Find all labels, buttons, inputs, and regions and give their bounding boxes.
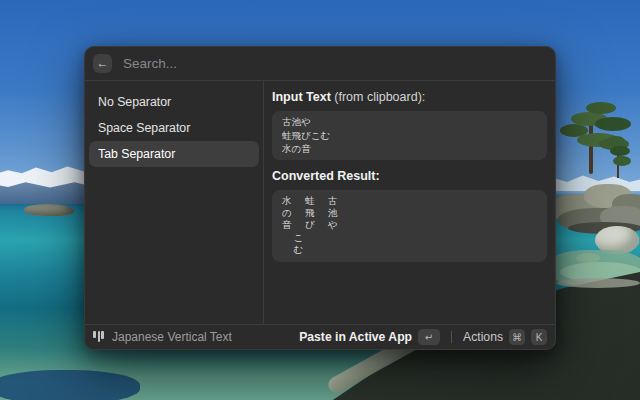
search-input[interactable] — [121, 55, 547, 72]
sidebar-item-label: No Separator — [98, 95, 171, 109]
k-key-badge: K — [531, 329, 547, 345]
window-body: No Separator Space Separator Tab Separat… — [85, 81, 555, 324]
converted-text: 水 蛙 古 の 飛 池 音 び や こ む — [282, 195, 537, 257]
input-heading-bold: Input Text — [272, 90, 331, 104]
sidebar: No Separator Space Separator Tab Separat… — [85, 81, 264, 324]
deep-water-patch — [0, 370, 140, 400]
sidebar-item-label: Tab Separator — [98, 147, 175, 161]
small-tree-foliage — [613, 156, 631, 166]
paste-action-button[interactable]: Paste in Active App ↵ — [299, 329, 440, 345]
return-key-badge: ↵ — [418, 329, 440, 345]
lake-rock-left — [24, 204, 74, 216]
sidebar-item-no-separator[interactable]: No Separator — [89, 89, 259, 115]
foreground-rock-top-edge — [556, 278, 640, 288]
pine-foliage — [595, 117, 631, 131]
converted-heading: Converted Result: — [272, 170, 547, 183]
input-heading: Input Text (from clipboard): — [272, 91, 547, 104]
actions-button[interactable]: Actions ⌘ K — [463, 329, 547, 345]
detail-panel: Input Text (from clipboard): 古池や 蛙飛びこむ 水… — [264, 81, 555, 324]
vertical-text-icon — [93, 331, 104, 344]
back-icon: ← — [97, 54, 109, 73]
actions-label: Actions — [463, 330, 503, 344]
small-tree-foliage — [607, 136, 625, 146]
footer: Japanese Vertical Text Paste in Active A… — [85, 324, 555, 349]
extension-name: Japanese Vertical Text — [112, 330, 232, 344]
command-key-badge: ⌘ — [509, 329, 525, 345]
footer-divider — [451, 331, 452, 343]
pine-foliage — [586, 102, 616, 114]
launcher-window: ← No Separator Space Separator Tab Separ… — [84, 46, 556, 350]
sidebar-item-label: Space Separator — [98, 121, 190, 135]
desktop: ← No Separator Space Separator Tab Separ… — [0, 0, 640, 400]
back-button[interactable]: ← — [93, 54, 112, 73]
input-text: 古池や 蛙飛びこむ 水の音 — [282, 115, 537, 156]
paste-action-label: Paste in Active App — [299, 330, 412, 344]
sidebar-item-space-separator[interactable]: Space Separator — [89, 115, 259, 141]
input-heading-rest: (from clipboard): — [331, 90, 425, 104]
converted-heading-bold: Converted Result: — [272, 169, 380, 183]
sidebar-item-tab-separator[interactable]: Tab Separator — [89, 141, 259, 167]
converted-text-block: 水 蛙 古 の 飛 池 音 び や こ む — [272, 190, 547, 262]
search-bar: ← — [85, 47, 555, 81]
input-text-block: 古池や 蛙飛びこむ 水の音 — [272, 111, 547, 160]
small-tree-foliage — [610, 146, 630, 156]
